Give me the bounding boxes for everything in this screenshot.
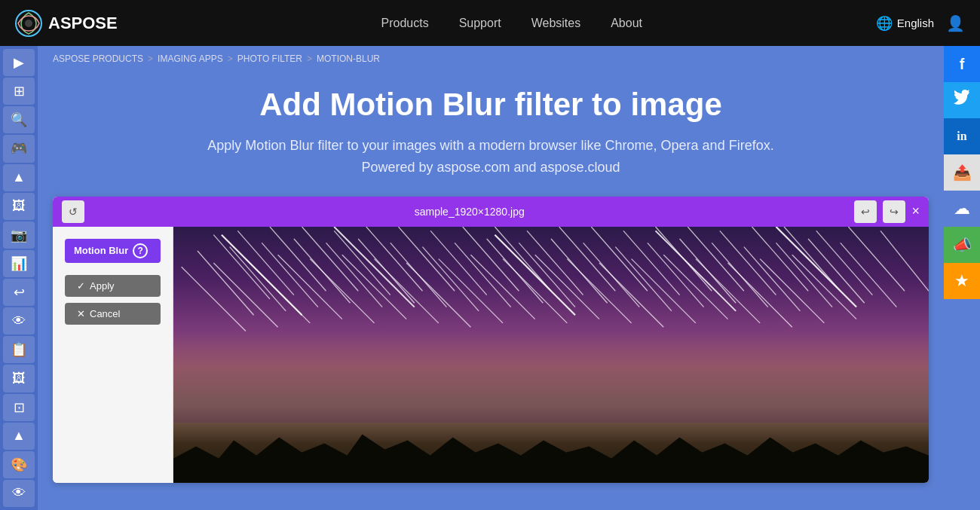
- left-sidebar: ▶ ⊞ 🔍 🎮 ▲ 🖼 📷 📊 ↩ 👁 📋 🖼 ⊡ ▲ 🎨 👁: [0, 46, 38, 510]
- svg-line-26: [262, 243, 318, 307]
- powered-by: Powered by aspose.com and aspose.cloud: [361, 160, 620, 175]
- svg-line-62: [728, 263, 792, 327]
- hero-subtitle: Apply Motion Blur filter to your images …: [68, 135, 914, 179]
- sidebar-btn-palette[interactable]: 🎨: [3, 451, 35, 478]
- social-share-btn[interactable]: 📤: [944, 154, 980, 191]
- breadcrumb-item-2[interactable]: PHOTO FILTER: [237, 53, 302, 64]
- sidebar-btn-image1[interactable]: 🖼: [3, 193, 35, 220]
- svg-line-23: [880, 231, 929, 291]
- apply-button[interactable]: ✓ Apply: [65, 275, 161, 297]
- svg-line-31: [422, 246, 479, 310]
- nav-websites[interactable]: Websites: [531, 17, 581, 30]
- svg-line-22: [848, 227, 905, 291]
- social-cloud-btn[interactable]: ☁: [944, 191, 980, 227]
- svg-line-38: [648, 243, 704, 307]
- svg-line-69: [776, 227, 856, 307]
- svg-line-34: [519, 243, 575, 307]
- brand-logo[interactable]: ASPOSE: [15, 10, 118, 37]
- svg-line-61: [696, 258, 760, 322]
- svg-line-37: [615, 246, 672, 310]
- share-icon: 📤: [953, 163, 972, 182]
- sidebar-btn-zoom[interactable]: 🔍: [3, 106, 35, 133]
- sidebar-btn-next[interactable]: ▶: [3, 49, 35, 76]
- tool-panel: ↺ sample_1920×1280.jpg ↩ ↪ × Motion Blur…: [53, 197, 929, 483]
- hero-section: Add Motion Blur filter to image Apply Mo…: [38, 72, 944, 197]
- breadcrumb-item-3[interactable]: MOTION-BLUR: [317, 53, 380, 64]
- social-megaphone-btn[interactable]: 📣: [944, 227, 980, 263]
- sidebar-btn-mountain[interactable]: ▲: [3, 164, 35, 191]
- svg-line-64: [792, 255, 856, 319]
- sidebar-btn-list[interactable]: 📋: [3, 336, 35, 363]
- svg-line-20: [784, 227, 841, 291]
- sidebar-btn-game[interactable]: 🎮: [3, 135, 35, 162]
- refresh-button[interactable]: ↺: [62, 200, 84, 223]
- undo-button[interactable]: ↩: [854, 200, 877, 223]
- apply-label: Apply: [90, 280, 115, 292]
- sidebar-btn-image2[interactable]: 🖼: [3, 365, 35, 392]
- cloud-icon: ☁: [954, 199, 970, 218]
- svg-line-21: [816, 231, 873, 295]
- svg-line-53: [439, 258, 503, 322]
- svg-line-41: [744, 246, 801, 310]
- social-twitter-btn[interactable]: [944, 82, 980, 118]
- svg-line-45: [182, 267, 246, 331]
- sidebar-btn-grid[interactable]: ⊞: [3, 78, 35, 105]
- user-icon[interactable]: 👤: [946, 14, 965, 32]
- breadcrumb-sep-1: >: [228, 53, 233, 64]
- star-icon: ★: [954, 271, 969, 291]
- help-icon[interactable]: ?: [133, 243, 148, 258]
- breadcrumb-item-0[interactable]: ASPOSE PRODUCTS: [53, 53, 143, 64]
- image-bar-right-controls: ↩ ↪ ×: [854, 200, 920, 223]
- redo-button[interactable]: ↪: [883, 200, 905, 223]
- sidebar-btn-eye[interactable]: 👁: [3, 307, 35, 334]
- megaphone-icon: 📣: [953, 236, 972, 254]
- close-icon[interactable]: ×: [911, 203, 920, 219]
- social-facebook-btn[interactable]: f: [944, 46, 980, 82]
- cloud-overlay: [173, 347, 929, 423]
- language-selector[interactable]: 🌐 English: [876, 15, 934, 32]
- main-content: ASPOSE PRODUCTS > IMAGING APPS > PHOTO F…: [38, 46, 944, 510]
- svg-line-8: [398, 227, 455, 291]
- social-linkedin-btn[interactable]: in: [944, 118, 980, 154]
- tool-body: Motion Blur ? ✓ Apply ✕ Cancel: [53, 227, 929, 483]
- svg-line-24: [198, 251, 254, 315]
- social-star-btn[interactable]: ★: [944, 263, 980, 299]
- svg-line-4: [270, 227, 326, 291]
- globe-icon: 🌐: [876, 15, 893, 32]
- sidebar-btn-box[interactable]: ⊡: [3, 394, 35, 421]
- breadcrumb: ASPOSE PRODUCTS > IMAGING APPS > PHOTO F…: [38, 46, 944, 72]
- svg-line-44: [841, 243, 897, 307]
- sidebar-btn-undo[interactable]: ↩: [3, 279, 35, 306]
- facebook-icon: f: [960, 56, 965, 73]
- nav-about[interactable]: About: [611, 17, 642, 30]
- breadcrumb-item-1[interactable]: IMAGING APPS: [158, 53, 223, 64]
- nav-products[interactable]: Products: [381, 17, 428, 30]
- svg-line-43: [808, 239, 865, 303]
- svg-line-68: [656, 231, 737, 311]
- cancel-label: Cancel: [90, 308, 120, 319]
- svg-line-6: [334, 231, 390, 295]
- filter-name-badge: Motion Blur ?: [65, 239, 161, 263]
- cancel-button[interactable]: ✕ Cancel: [65, 303, 161, 325]
- nav-links: Products Support Websites About: [148, 17, 876, 30]
- image-display-area: [173, 227, 929, 483]
- sidebar-btn-peak[interactable]: ▲: [3, 423, 35, 450]
- svg-line-63: [760, 258, 824, 322]
- image-filename: sample_1920×1280.jpg: [84, 206, 854, 218]
- svg-line-14: [591, 227, 648, 291]
- brand-name: ASPOSE: [48, 14, 118, 33]
- sidebar-btn-chart[interactable]: 📊: [3, 250, 35, 277]
- language-label: English: [897, 17, 934, 29]
- cancel-x-icon: ✕: [77, 308, 85, 319]
- nav-support[interactable]: Support: [459, 17, 501, 30]
- social-sidebar: f in 📤 ☁ 📣 ★: [944, 46, 980, 299]
- svg-line-28: [326, 243, 383, 307]
- svg-line-50: [342, 255, 406, 319]
- svg-line-57: [567, 258, 631, 322]
- sidebar-btn-view[interactable]: 👁: [3, 480, 35, 507]
- svg-line-10: [463, 227, 519, 291]
- svg-line-55: [503, 258, 567, 322]
- svg-line-59: [632, 258, 696, 322]
- sidebar-btn-camera[interactable]: 📷: [3, 221, 35, 249]
- breadcrumb-sep-0: >: [148, 53, 153, 64]
